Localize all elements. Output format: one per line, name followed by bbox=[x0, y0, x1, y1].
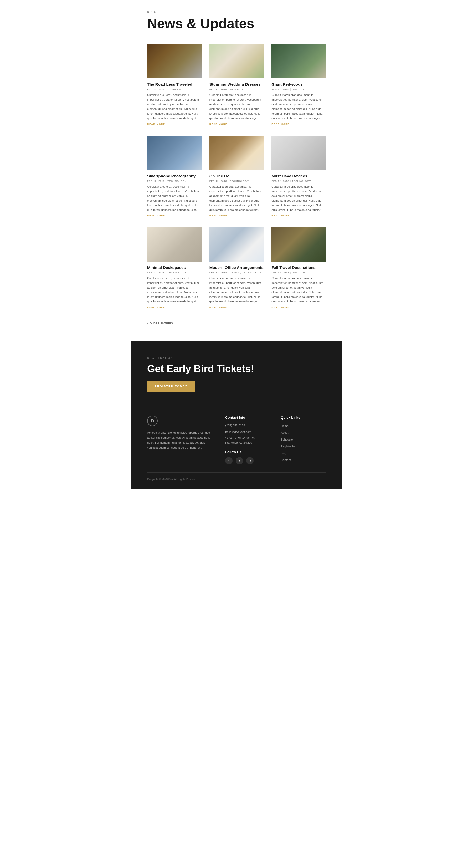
blog-card-readmore-deskspaces[interactable]: READ MORE bbox=[147, 306, 201, 309]
footer-email: hello@divevent.com bbox=[225, 430, 270, 434]
footer-link-item: Registration bbox=[281, 444, 326, 448]
footer: D Ac feugiat ante. Donec ultricies lobor… bbox=[131, 405, 342, 489]
blog-card-image-modern bbox=[210, 227, 264, 261]
blog-card-title-devices: Must Have Devices bbox=[272, 174, 326, 178]
older-entries-link[interactable]: « OLDER ENTRIES bbox=[147, 322, 173, 325]
blog-card-title-fall: Fall Travel Destinations bbox=[272, 265, 326, 270]
footer-phone: (255) 352-6258 bbox=[225, 423, 270, 428]
blog-card-meta-wedding: FEB 12, 2018 | WEDDING bbox=[210, 88, 264, 91]
blog-card-title-smartphone: Smartphone Photography bbox=[147, 174, 201, 178]
blog-card-image-fall bbox=[272, 227, 326, 261]
blog-card-image-onthego bbox=[210, 136, 264, 170]
footer-link-about[interactable]: About bbox=[281, 431, 288, 434]
footer-quicklinks-title: Quick Links bbox=[281, 415, 326, 420]
blog-label: BLOG bbox=[147, 10, 326, 13]
instagram-icon[interactable]: in bbox=[246, 457, 254, 464]
older-entries[interactable]: « OLDER ENTRIES bbox=[147, 319, 326, 325]
blog-card-meta-deskspaces: FEB 12, 2018 | TECHNOLOGY bbox=[147, 271, 201, 274]
register-today-button[interactable]: REGISTER TODAY bbox=[147, 381, 195, 392]
blog-card-title-deskspaces: Minimal Deskspaces bbox=[147, 265, 201, 270]
footer-address: 1234 Divi St. #1000, San Francisco, CA 9… bbox=[225, 436, 270, 445]
blog-card-meta-fall: FEB 12, 2018 | OUTDOOR bbox=[272, 271, 326, 274]
footer-copyright: Copyright © 2023 Divi. All Rights Reserv… bbox=[147, 478, 198, 481]
footer-link-item: About bbox=[281, 430, 326, 435]
footer-link-item: Contact bbox=[281, 457, 326, 462]
footer-social-links: f t in bbox=[225, 457, 270, 464]
footer-top: D Ac feugiat ante. Donec ultricies lobor… bbox=[147, 405, 326, 472]
blog-card-onthego: On The Go FEB 12, 2018 | TECHNOLOGY Cura… bbox=[210, 136, 264, 217]
blog-card-readmore-smartphone[interactable]: READ MORE bbox=[147, 214, 201, 217]
footer-link-item: Home bbox=[281, 423, 326, 428]
blog-card-excerpt-road: Curabitur arcu erat, accumsan id imperdi… bbox=[147, 93, 201, 121]
blog-card-image-smartphone bbox=[147, 136, 201, 170]
footer-link-blog[interactable]: Blog bbox=[281, 452, 287, 455]
footer-links-list: HomeAboutScheduleRegistrationBlogContact bbox=[281, 423, 326, 462]
blog-card-redwoods: Giant Redwoods FEB 12, 2018 | OUTDOOR Cu… bbox=[272, 44, 326, 125]
blog-card-readmore-road[interactable]: READ MORE bbox=[147, 123, 201, 125]
blog-card-meta-road: FEB 12, 2018 | OUTDOOR bbox=[147, 88, 201, 91]
footer-link-registration[interactable]: Registration bbox=[281, 445, 296, 448]
footer-contact-col: Contact Info (255) 352-6258 hello@diveve… bbox=[225, 415, 270, 464]
blog-card-title-onthego: On The Go bbox=[210, 174, 264, 178]
blog-card-image-devices bbox=[272, 136, 326, 170]
registration-section: REGISTRATION Get Early Bird Tickets! REG… bbox=[131, 341, 342, 405]
registration-label: REGISTRATION bbox=[147, 356, 326, 359]
blog-card-modern: Modern Office Arrangements FEB 12, 2018 … bbox=[210, 227, 264, 309]
blog-card-readmore-wedding[interactable]: READ MORE bbox=[210, 123, 264, 125]
footer-quicklinks-col: Quick Links HomeAboutScheduleRegistratio… bbox=[281, 415, 326, 464]
footer-bottom: Copyright © 2023 Divi. All Rights Reserv… bbox=[147, 472, 326, 481]
blog-card-smartphone: Smartphone Photography FEB 12, 2018 | TE… bbox=[147, 136, 201, 217]
blog-card-image-road bbox=[147, 44, 201, 78]
blog-card-deskspaces: Minimal Deskspaces FEB 12, 2018 | TECHNO… bbox=[147, 227, 201, 309]
blog-card-readmore-redwoods[interactable]: READ MORE bbox=[272, 123, 326, 125]
footer-about-col: D Ac feugiat ante. Donec ultricies lobor… bbox=[147, 415, 215, 464]
blog-title: News & Updates bbox=[147, 16, 326, 31]
blog-card-excerpt-modern: Curabitur arcu erat, accumsan id imperdi… bbox=[210, 276, 264, 304]
facebook-icon[interactable]: f bbox=[225, 457, 232, 464]
blog-card-fall: Fall Travel Destinations FEB 12, 2018 | … bbox=[272, 227, 326, 309]
blog-card-excerpt-wedding: Curabitur arcu erat, accumsan id imperdi… bbox=[210, 93, 264, 121]
blog-section: BLOG News & Updates The Road Less Travel… bbox=[131, 0, 342, 341]
blog-card-meta-onthego: FEB 12, 2018 | TECHNOLOGY bbox=[210, 180, 264, 182]
footer-follow-title: Follow Us bbox=[225, 450, 270, 454]
blog-card-wedding: Stunning Wedding Dresses FEB 12, 2018 | … bbox=[210, 44, 264, 125]
blog-card-excerpt-devices: Curabitur arcu erat, accumsan id imperdi… bbox=[272, 185, 326, 212]
blog-grid: The Road Less Traveled FEB 12, 2018 | OU… bbox=[147, 44, 326, 309]
blog-card-excerpt-onthego: Curabitur arcu erat, accumsan id imperdi… bbox=[210, 185, 264, 212]
blog-card-excerpt-deskspaces: Curabitur arcu erat, accumsan id imperdi… bbox=[147, 276, 201, 304]
footer-contact-title: Contact Info bbox=[225, 415, 270, 420]
blog-card-readmore-devices[interactable]: READ MORE bbox=[272, 214, 326, 217]
blog-card-excerpt-fall: Curabitur arcu erat, accumsan id imperdi… bbox=[272, 276, 326, 304]
footer-about-text: Ac feugiat ante. Donec ultricies loborti… bbox=[147, 430, 215, 450]
footer-link-item: Blog bbox=[281, 451, 326, 455]
blog-card-readmore-modern[interactable]: READ MORE bbox=[210, 306, 264, 309]
blog-card-image-deskspaces bbox=[147, 227, 201, 261]
blog-card-image-wedding bbox=[210, 44, 264, 78]
blog-card-title-wedding: Stunning Wedding Dresses bbox=[210, 82, 264, 87]
footer-link-home[interactable]: Home bbox=[281, 424, 288, 427]
blog-card-meta-redwoods: FEB 12, 2018 | OUTDOOR bbox=[272, 88, 326, 91]
blog-card-excerpt-redwoods: Curabitur arcu erat, accumsan id imperdi… bbox=[272, 93, 326, 121]
blog-card-title-road: The Road Less Traveled bbox=[147, 82, 201, 87]
footer-link-contact[interactable]: Contact bbox=[281, 459, 291, 462]
blog-card-readmore-onthego[interactable]: READ MORE bbox=[210, 214, 264, 217]
blog-card-title-modern: Modern Office Arrangements bbox=[210, 265, 264, 270]
blog-card-meta-devices: FEB 12, 2018 | TECHNOLOGY bbox=[272, 180, 326, 182]
blog-card-title-redwoods: Giant Redwoods bbox=[272, 82, 326, 87]
blog-card-meta-smartphone: FEB 12, 2018 | TECHNOLOGY bbox=[147, 180, 201, 182]
footer-logo: D bbox=[147, 415, 158, 426]
blog-card-meta-modern: FEB 12, 2018 | DESIGN, TECHNOLOGY bbox=[210, 271, 264, 274]
footer-link-item: Schedule bbox=[281, 437, 326, 442]
blog-card-image-redwoods bbox=[272, 44, 326, 78]
footer-link-schedule[interactable]: Schedule bbox=[281, 438, 293, 441]
twitter-icon[interactable]: t bbox=[236, 457, 243, 464]
blog-card-devices: Must Have Devices FEB 12, 2018 | TECHNOL… bbox=[272, 136, 326, 217]
registration-title: Get Early Bird Tickets! bbox=[147, 363, 326, 375]
blog-card-road: The Road Less Traveled FEB 12, 2018 | OU… bbox=[147, 44, 201, 125]
blog-card-excerpt-smartphone: Curabitur arcu erat, accumsan id imperdi… bbox=[147, 185, 201, 212]
blog-card-readmore-fall[interactable]: READ MORE bbox=[272, 306, 326, 309]
